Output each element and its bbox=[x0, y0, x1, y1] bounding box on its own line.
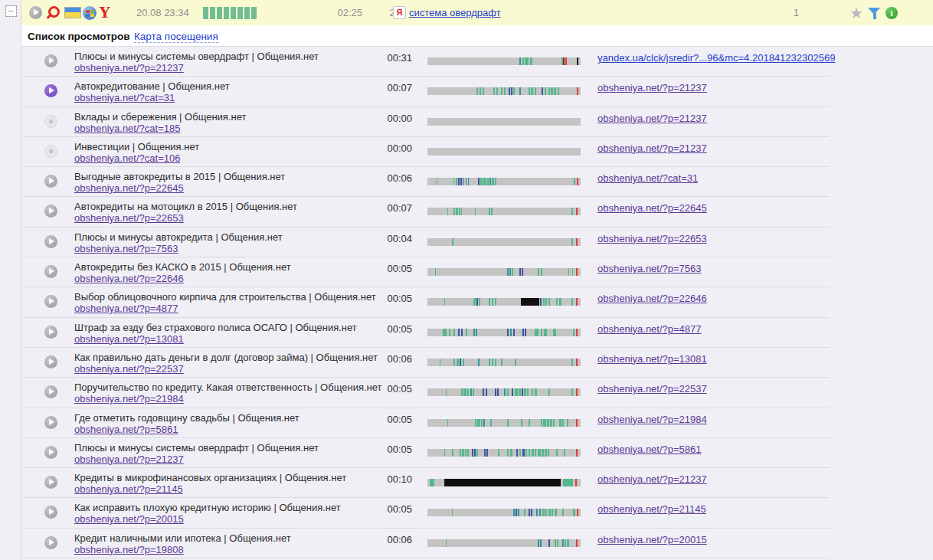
session-play-button[interactable] bbox=[29, 6, 42, 19]
referrer-link[interactable]: obsheniya.net/?p=4877 bbox=[597, 323, 702, 335]
referrer-link[interactable]: obsheniya.net/?p=21237 bbox=[597, 473, 707, 485]
view-row: Инвестиции | Общения.нет obsheniya.net/?… bbox=[21, 137, 933, 167]
page-url-link[interactable]: obsheniya.net/?p=21145 bbox=[74, 483, 183, 495]
session-date: 20.08 23:34 bbox=[136, 7, 189, 18]
session-duration: 02:25 bbox=[337, 7, 362, 18]
view-row: Как правильно дать деньги в долг (догово… bbox=[21, 348, 933, 378]
page-url-link[interactable]: obsheniya.net/?p=13081 bbox=[74, 333, 184, 345]
referrer-link[interactable]: obsheniya.net/?cat=31 bbox=[597, 172, 698, 184]
view-row: Выгодные автокредиты в 2015 | Общения.не… bbox=[21, 167, 933, 197]
referrer-link[interactable]: obsheniya.net/?p=22646 bbox=[597, 293, 707, 304]
activity-timeline-bar bbox=[427, 509, 581, 516]
page-url-link[interactable]: obsheniya.net/?p=21237 bbox=[74, 454, 184, 465]
page-url-link[interactable]: obsheniya.net/?cat=185 bbox=[74, 123, 180, 134]
page-title: Автокредиты на мотоцикл в 2015 | Общения… bbox=[74, 201, 297, 212]
search-query-link[interactable]: система овердрафт bbox=[409, 7, 501, 18]
row-play-button[interactable] bbox=[44, 175, 57, 188]
page-url-link[interactable]: obsheniya.net/?p=5861 bbox=[74, 424, 178, 435]
referrer-link[interactable]: obsheniya.net/?p=22653 bbox=[597, 233, 707, 244]
row-play-button[interactable] bbox=[44, 355, 57, 368]
session-header: Y 20.08 23:34 02:25 20 Я система овердра… bbox=[21, 0, 933, 25]
page-url-link[interactable]: obsheniya.net/?p=20015 bbox=[74, 513, 184, 525]
page-url-link[interactable]: obsheniya.net/?p=22537 bbox=[74, 363, 184, 375]
page-url-link[interactable]: obsheniya.net/?cat=31 bbox=[74, 92, 175, 103]
browser-yandex-icon: Y bbox=[100, 5, 110, 20]
favorite-star-icon[interactable]: ★ bbox=[850, 5, 863, 21]
page-url-link[interactable]: obsheniya.net/?cat=106 bbox=[74, 152, 180, 164]
page-url-link[interactable]: obsheniya.net/?p=7563 bbox=[74, 243, 178, 254]
webvisor-screen: Y 20.08 23:34 02:25 20 Я система овердра… bbox=[0, 0, 933, 560]
row-play-button[interactable] bbox=[44, 385, 57, 398]
view-duration: 00:05 bbox=[351, 383, 412, 395]
page-url-link[interactable]: obsheniya.net/?p=22653 bbox=[74, 212, 184, 224]
row-play-button[interactable] bbox=[44, 536, 57, 549]
referrer-link[interactable]: obsheniya.net/?p=21145 bbox=[597, 503, 706, 515]
row-play-button[interactable] bbox=[44, 265, 57, 278]
row-play-button[interactable] bbox=[44, 326, 57, 339]
referrer-link[interactable]: obsheniya.net/?p=21237 bbox=[597, 82, 707, 93]
page-title: Автокредиты без КАСКО в 2015 | Общения.н… bbox=[74, 261, 291, 273]
activity-timeline-bar bbox=[427, 539, 581, 547]
visit-number: 1 bbox=[794, 7, 799, 18]
row-play-button[interactable] bbox=[44, 205, 57, 218]
referrer-link[interactable]: obsheniya.net/?p=13081 bbox=[597, 353, 707, 365]
page-title: Выгодные автокредиты в 2015 | Общения.не… bbox=[74, 171, 285, 182]
row-play-button[interactable] bbox=[44, 295, 57, 308]
tab-views-list[interactable]: Список просмотров bbox=[28, 31, 130, 42]
info-icon[interactable]: i bbox=[886, 7, 898, 19]
row-play-button[interactable] bbox=[44, 506, 57, 519]
view-row: Где отметить годовщину свадьбы | Общения… bbox=[21, 408, 933, 438]
row-play-button[interactable] bbox=[44, 416, 57, 429]
view-row: Штраф за езду без страхового полиса ОСАГ… bbox=[21, 318, 933, 348]
referrer-link[interactable]: yandex.ua/clck/jsredir?...96&mc=4.201841… bbox=[597, 52, 835, 64]
referrer-link[interactable]: obsheniya.net/?p=20015 bbox=[597, 534, 707, 545]
row-play-button[interactable] bbox=[44, 145, 57, 158]
page-url-link[interactable]: obsheniya.net/?p=21984 bbox=[74, 393, 184, 404]
tab-visit-map[interactable]: Карта посещения bbox=[134, 31, 218, 43]
activity-timeline-bar bbox=[427, 118, 581, 126]
row-play-button[interactable] bbox=[44, 476, 57, 489]
row-play-button[interactable] bbox=[44, 54, 57, 67]
page-url-link[interactable]: obsheniya.net/?p=19808 bbox=[74, 544, 184, 555]
left-rail bbox=[0, 0, 21, 560]
page-title: Поручительство по кредиту. Какая ответст… bbox=[74, 382, 381, 393]
page-title: Кредиты в микрофинансовых организациях |… bbox=[74, 472, 346, 483]
referrer-link[interactable]: obsheniya.net/?p=22537 bbox=[597, 383, 707, 395]
page-title: Плюсы и минусы системы овердрафт | Общен… bbox=[74, 442, 319, 454]
page-url-link[interactable]: obsheniya.net/?p=22646 bbox=[74, 273, 184, 284]
page-title: Как исправить плохую кредитную историю |… bbox=[74, 502, 341, 513]
view-duration: 00:10 bbox=[351, 473, 412, 485]
referrer-link[interactable]: obsheniya.net/?p=21237 bbox=[597, 113, 707, 124]
row-play-button[interactable] bbox=[44, 115, 57, 128]
row-play-button[interactable] bbox=[44, 446, 57, 459]
page-url-link[interactable]: obsheniya.net/?p=21237 bbox=[74, 62, 184, 74]
page-title: Плюсы и минусы системы овердрафт | Общен… bbox=[74, 51, 319, 62]
view-duration: 00:31 bbox=[351, 52, 412, 64]
row-play-button[interactable] bbox=[44, 235, 57, 248]
referrer-link[interactable]: obsheniya.net/?p=7563 bbox=[597, 263, 702, 274]
page-title: Вклады и сбережения | Общения.нет bbox=[74, 111, 246, 123]
view-row: Автокредитование | Общения.нет obsheniya… bbox=[21, 77, 933, 106]
activity-timeline-bar bbox=[427, 298, 581, 306]
filter-funnel-icon[interactable] bbox=[868, 7, 881, 19]
activity-timeline-bar bbox=[427, 479, 581, 486]
row-separator bbox=[23, 558, 830, 558]
referrer-link[interactable]: obsheniya.net/?p=22645 bbox=[597, 202, 707, 214]
view-duration: 00:05 bbox=[351, 414, 412, 425]
main-area: Y 20.08 23:34 02:25 20 Я система овердра… bbox=[21, 0, 933, 560]
view-duration: 00:00 bbox=[351, 113, 412, 124]
page-url-link[interactable]: obsheniya.net/?p=22645 bbox=[74, 182, 184, 194]
referrer-link[interactable]: obsheniya.net/?p=21237 bbox=[597, 142, 707, 154]
referrer-link[interactable]: obsheniya.net/?p=21984 bbox=[597, 414, 707, 425]
page-url-link[interactable]: obsheniya.net/?p=4877 bbox=[74, 303, 178, 314]
page-title: Инвестиции | Общения.нет bbox=[74, 141, 199, 152]
view-row: Плюсы и минусы системы овердрафт | Общен… bbox=[21, 47, 933, 77]
view-duration: 00:07 bbox=[351, 82, 412, 93]
view-duration: 00:06 bbox=[351, 353, 412, 365]
row-play-button[interactable] bbox=[44, 84, 57, 97]
activity-timeline-bar bbox=[427, 148, 581, 156]
referrer-link[interactable]: obsheniya.net/?p=5861 bbox=[597, 444, 702, 455]
view-duration: 00:05 bbox=[351, 323, 412, 335]
activity-timeline-bar bbox=[427, 329, 581, 336]
drag-handle-icon[interactable] bbox=[5, 5, 17, 17]
